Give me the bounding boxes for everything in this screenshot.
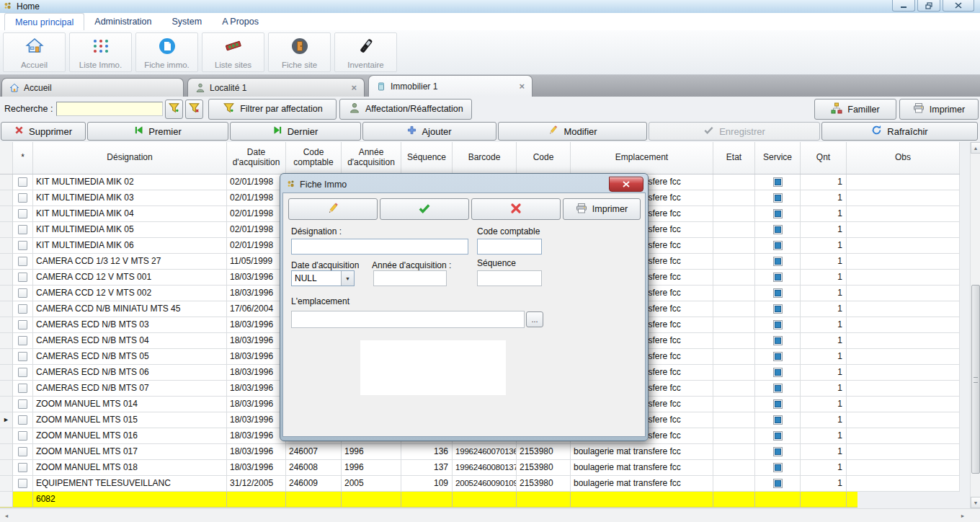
dernier-button[interactable]: Dernier: [230, 122, 361, 141]
sequence-field[interactable]: [477, 270, 542, 286]
row-checkbox[interactable]: [18, 320, 27, 329]
row-selector: [0, 254, 13, 270]
table-row[interactable]: ZOOM MANUEL MTS 01718/03/199624600719961…: [0, 444, 960, 460]
dialog-cancel-button[interactable]: [471, 198, 561, 220]
chevron-down-icon[interactable]: ▼: [341, 271, 354, 286]
row-checkbox[interactable]: [18, 304, 27, 314]
cell-date: 18/03/1996: [227, 428, 286, 444]
row-checkbox[interactable]: [18, 479, 27, 488]
cell-etat: [713, 206, 755, 222]
minimize-button[interactable]: [892, 0, 915, 12]
row-checkbox[interactable]: [18, 177, 27, 187]
row-checkbox[interactable]: [18, 431, 27, 441]
dialog-titlebar[interactable]: Fiche Immo: [282, 176, 646, 193]
imprimer-button[interactable]: Imprimer: [899, 99, 979, 120]
menu-item-system[interactable]: System: [162, 13, 213, 30]
toolbar-button-fiche-immo[interactable]: Fiche immo.: [135, 32, 198, 72]
date-acquisition-combo[interactable]: NULL ▼: [291, 270, 355, 286]
dialog-print-button[interactable]: Imprimer: [563, 198, 641, 220]
column-header-selector[interactable]: [0, 142, 13, 174]
affectation-reaffectation-button[interactable]: Affectation/Réaffectation: [339, 99, 472, 120]
row-checkbox[interactable]: [18, 241, 27, 250]
row-checkbox[interactable]: [18, 352, 27, 361]
dialog-validate-button[interactable]: [380, 198, 469, 220]
search-input[interactable]: [56, 102, 163, 116]
dialog-edit-button[interactable]: [288, 198, 378, 220]
browse-button[interactable]: ...: [526, 311, 543, 327]
column-header-designation[interactable]: Désignation: [33, 142, 227, 174]
familler-button[interactable]: Familler: [814, 99, 896, 120]
tab-close-icon[interactable]: ×: [519, 81, 525, 91]
column-header-code-comptable[interactable]: Code comptable: [286, 142, 342, 174]
row-checkbox[interactable]: [18, 288, 27, 298]
premier-button[interactable]: Premier: [87, 122, 228, 141]
rafraichir-button[interactable]: Rafraîchir: [821, 122, 978, 141]
row-checkbox[interactable]: [18, 209, 27, 218]
supprimer-button[interactable]: Supprimer: [1, 122, 86, 141]
row-checkbox[interactable]: [18, 257, 27, 266]
enregistrer-button[interactable]: Enregistrer: [649, 122, 820, 141]
clear-filter-button[interactable]: [185, 99, 203, 119]
window-titlebar[interactable]: Home: [0, 0, 980, 14]
vertical-scrollbar[interactable]: ▲ ▼: [970, 142, 980, 508]
row-checkbox[interactable]: [18, 463, 27, 472]
toolbar-button-accueil[interactable]: Accueil: [3, 32, 66, 72]
scroll-down-icon[interactable]: ▼: [971, 497, 980, 508]
toolbar-button-inventaire[interactable]: Inventaire: [334, 32, 397, 72]
toolbar-button-liste-sites[interactable]: Liste sites: [202, 32, 264, 72]
menu-item-a-propos[interactable]: A Propos: [212, 13, 269, 30]
column-header-emplacement[interactable]: Emplacement: [571, 142, 713, 174]
scroll-up-icon[interactable]: ▲: [971, 142, 980, 154]
menu-item-administration[interactable]: Administration: [84, 13, 161, 30]
row-checkbox[interactable]: [18, 447, 27, 456]
modifier-button[interactable]: Modifier: [498, 122, 647, 141]
tab-accueil[interactable]: Accueil: [1, 78, 184, 97]
column-header-etat[interactable]: Etat: [713, 142, 755, 174]
table-row[interactable]: ZOOM MANUEL MTS 01818/03/199624600819961…: [0, 460, 960, 476]
column-header-qnt[interactable]: Qnt: [801, 142, 847, 174]
table-row[interactable]: EQUIPEMENT TELESUVEILLANC31/12/200524600…: [0, 476, 960, 492]
row-selector: [0, 174, 13, 190]
close-button[interactable]: [943, 0, 974, 12]
code-comptable-field[interactable]: [477, 239, 542, 255]
designation-field[interactable]: [291, 239, 468, 255]
cell-etat: [713, 428, 755, 444]
row-checkbox[interactable]: [18, 415, 27, 425]
column-header-checkbox[interactable]: *: [13, 142, 33, 174]
column-header-date[interactable]: Date d'acquisition: [227, 142, 286, 174]
window-title: Home: [17, 1, 40, 12]
horizontal-scrollbar[interactable]: ◄ ►: [0, 508, 980, 522]
row-checkbox[interactable]: [18, 384, 27, 393]
menu-item-menu-principal[interactable]: Menu principal: [4, 13, 84, 31]
annee-acquisition-field[interactable]: [373, 270, 447, 286]
row-checkbox[interactable]: [18, 368, 27, 377]
checkbox-cell: [13, 286, 33, 301]
row-checkbox[interactable]: [18, 336, 27, 345]
cell-date: 02/01/1998: [227, 206, 286, 222]
column-header-sequence[interactable]: Séquence: [401, 142, 453, 174]
emplacement-field[interactable]: [291, 311, 525, 328]
filter-by-affectation-button[interactable]: Filtrer par affectation: [208, 99, 337, 120]
apply-filter-button[interactable]: [165, 99, 183, 119]
dialog-close-button[interactable]: [609, 177, 643, 192]
restore-button[interactable]: [917, 0, 940, 12]
row-checkbox[interactable]: [18, 273, 27, 282]
scroll-left-icon[interactable]: ◄: [1, 510, 12, 521]
column-header-annee[interactable]: Année d'acquisition: [342, 142, 401, 174]
column-header-obs[interactable]: Obs: [847, 142, 960, 174]
tab-immobilier-1[interactable]: Immobilier 1×: [368, 75, 533, 97]
column-header-code[interactable]: Code: [517, 142, 571, 174]
tab-localite-1[interactable]: Localité 1×: [187, 78, 365, 97]
row-checkbox[interactable]: [18, 399, 27, 409]
toolbar-button-liste-immo[interactable]: Liste Immo.: [69, 32, 132, 72]
row-checkbox[interactable]: [18, 193, 27, 203]
toolbar-button-fiche-site[interactable]: Fiche site: [268, 32, 331, 72]
row-checkbox[interactable]: [18, 225, 27, 234]
vertical-scroll-thumb[interactable]: [971, 285, 980, 474]
column-header-service[interactable]: Service: [755, 142, 801, 174]
scroll-right-icon[interactable]: ►: [957, 510, 968, 521]
ajouter-button[interactable]: Ajouter: [362, 122, 496, 141]
tab-close-icon[interactable]: ×: [351, 83, 357, 92]
total-cell-code-comptable: [286, 492, 342, 508]
column-header-barcode[interactable]: Barcode: [453, 142, 517, 174]
